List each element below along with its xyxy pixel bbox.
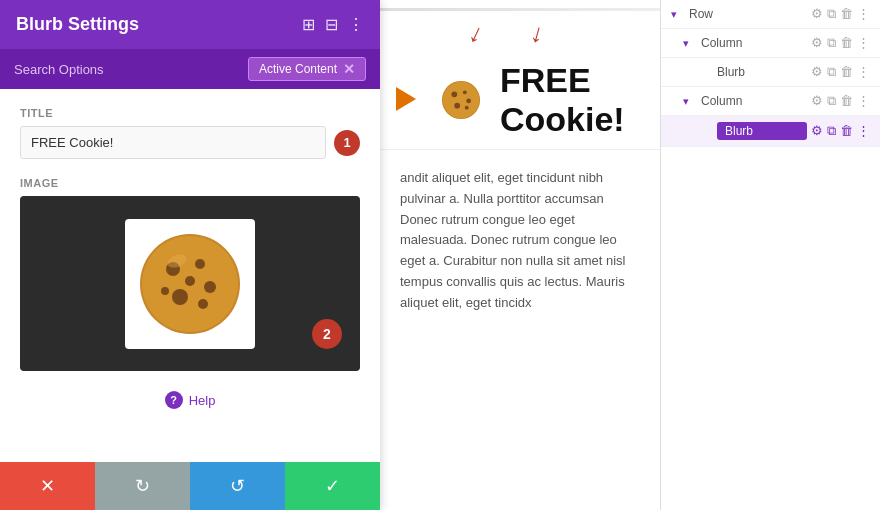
play-arrow-icon[interactable]: [396, 87, 416, 111]
svg-point-7: [161, 287, 169, 295]
tree-label-row: Row: [689, 7, 807, 21]
undo-button[interactable]: ↻: [95, 462, 190, 510]
trash-icon-blurb1[interactable]: 🗑: [840, 64, 853, 80]
chevron-column-1: ▾: [683, 37, 697, 50]
copy-icon-blurb1[interactable]: ⧉: [827, 64, 836, 80]
svg-point-4: [204, 281, 216, 293]
tree-icons-blurb-1: ⚙ ⧉ 🗑 ⋮: [811, 64, 870, 80]
copy-icon-row[interactable]: ⧉: [827, 6, 836, 22]
chevron-row: ▾: [671, 8, 685, 21]
more-icon-blurb2[interactable]: ⋮: [857, 123, 870, 139]
help-icon: ?: [165, 391, 183, 409]
svg-point-6: [198, 299, 208, 309]
search-bar: Search Options Active Content ✕: [0, 49, 380, 89]
right-sidebar: ▾ Row ⚙ ⧉ 🗑 ⋮ ▾ Column ⚙ ⧉ 🗑 ⋮ ▾ Blurb ⚙…: [660, 0, 880, 510]
trash-icon-col1[interactable]: 🗑: [840, 35, 853, 51]
trash-icon-blurb2[interactable]: 🗑: [840, 123, 853, 139]
panel-body: Title 1 Image: [0, 89, 380, 462]
arrow-right-icon: ↓: [527, 17, 548, 50]
question-mark: ?: [170, 394, 177, 406]
title-field-label: Title: [20, 107, 360, 119]
arrows-container: ↓ ↓: [470, 18, 544, 49]
tree-icons-blurb-2: ⚙ ⧉ 🗑 ⋮: [811, 123, 870, 139]
tree-icons-column-2: ⚙ ⧉ 🗑 ⋮: [811, 93, 870, 109]
preview-title-container: FREE Cookie!: [500, 61, 640, 139]
more-icon-col2[interactable]: ⋮: [857, 93, 870, 109]
tree-item-row: ▾ Row ⚙ ⧉ 🗑 ⋮: [661, 0, 880, 29]
arrow-left-icon: ↓: [464, 17, 489, 51]
tree-icons-row: ⚙ ⧉ 🗑 ⋮: [811, 6, 870, 22]
gear-icon-blurb1[interactable]: ⚙: [811, 64, 823, 80]
canvas-body-text: andit aliquet elit, eget tincidunt nibh …: [380, 149, 660, 328]
panel-title: Blurb Settings: [16, 14, 139, 35]
active-content-badge[interactable]: Active Content ✕: [248, 57, 366, 81]
tree-item-blurb-1: ▾ Blurb ⚙ ⧉ 🗑 ⋮: [661, 58, 880, 87]
copy-icon-col1[interactable]: ⧉: [827, 35, 836, 51]
tree-label-column-1: Column: [701, 36, 807, 50]
copy-icon-blurb2[interactable]: ⧉: [827, 123, 836, 139]
copy-icon-col2[interactable]: ⧉: [827, 93, 836, 109]
svg-point-8: [185, 276, 195, 286]
trash-icon-row[interactable]: 🗑: [840, 6, 853, 22]
image-field-label: Image: [20, 177, 360, 189]
svg-point-3: [195, 259, 205, 269]
more-icon[interactable]: ⋮: [348, 15, 364, 34]
tree-item-blurb-2[interactable]: ▾ Blurb ⚙ ⧉ 🗑 ⋮: [661, 116, 880, 147]
active-content-label: Active Content: [259, 62, 337, 76]
svg-point-13: [463, 90, 467, 94]
tree-item-column-2: ▾ Column ⚙ ⧉ 🗑 ⋮: [661, 87, 880, 116]
cancel-button[interactable]: ✕: [0, 462, 95, 510]
panel-header-icons: ⊞ ⊟ ⋮: [302, 15, 364, 34]
gear-icon-col1[interactable]: ⚙: [811, 35, 823, 51]
title-input-row: 1: [20, 126, 360, 159]
active-content-close-icon[interactable]: ✕: [343, 61, 355, 77]
svg-point-16: [465, 106, 469, 110]
svg-point-5: [172, 289, 188, 305]
tree-label-blurb-1: Blurb: [717, 65, 807, 79]
svg-point-15: [454, 103, 460, 109]
badge-1: 1: [334, 130, 360, 156]
blurb-preview: ↓ ↓ FREE Cookie!: [380, 13, 660, 149]
chevron-column-2: ▾: [683, 95, 697, 108]
top-divider: [380, 8, 660, 11]
gear-icon-row[interactable]: ⚙: [811, 6, 823, 22]
panel-footer: ✕ ↻ ↺ ✓: [0, 462, 380, 510]
svg-point-14: [466, 99, 471, 104]
tree-label-blurb-2: Blurb: [717, 122, 807, 140]
help-row[interactable]: ? Help: [20, 385, 360, 411]
svg-point-11: [443, 82, 479, 118]
gear-icon-blurb2[interactable]: ⚙: [811, 123, 823, 139]
cookie-svg: [135, 229, 245, 339]
image-preview[interactable]: 2: [20, 196, 360, 371]
columns-icon[interactable]: ⊟: [325, 15, 338, 34]
redo-button[interactable]: ↺: [190, 462, 285, 510]
search-label[interactable]: Search Options: [14, 62, 104, 77]
help-label: Help: [189, 393, 216, 408]
cookie-image: [125, 219, 255, 349]
gear-icon-col2[interactable]: ⚙: [811, 93, 823, 109]
trash-icon-col2[interactable]: 🗑: [840, 93, 853, 109]
canvas-area: ↓ ↓ FREE Cookie! andit aliquet elit, ege: [380, 0, 660, 510]
badge-2: 2: [312, 319, 342, 349]
panel-header: Blurb Settings ⊞ ⊟ ⋮: [0, 0, 380, 49]
more-icon-col1[interactable]: ⋮: [857, 35, 870, 51]
title-input[interactable]: [20, 126, 326, 159]
tree-item-column-1: ▾ Column ⚙ ⧉ 🗑 ⋮: [661, 29, 880, 58]
tree-label-column-2: Column: [701, 94, 807, 108]
maximize-icon[interactable]: ⊞: [302, 15, 315, 34]
svg-point-12: [451, 91, 457, 97]
preview-title: FREE Cookie!: [500, 61, 625, 138]
tree-icons-column-1: ⚙ ⧉ 🗑 ⋮: [811, 35, 870, 51]
save-button[interactable]: ✓: [285, 462, 380, 510]
more-icon-blurb1[interactable]: ⋮: [857, 64, 870, 80]
more-icon-row[interactable]: ⋮: [857, 6, 870, 22]
preview-cookie-icon: [440, 79, 482, 121]
settings-panel: Blurb Settings ⊞ ⊟ ⋮ Search Options Acti…: [0, 0, 380, 510]
